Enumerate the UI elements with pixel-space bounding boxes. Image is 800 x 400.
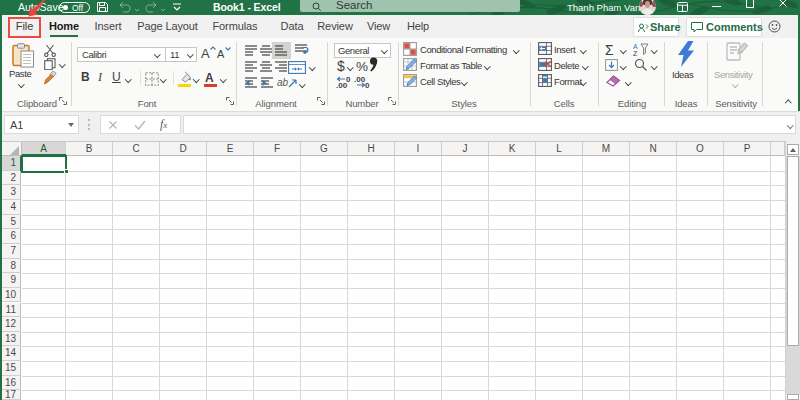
svg-text:A: A <box>633 43 638 50</box>
svg-text:Z: Z <box>633 50 638 56</box>
